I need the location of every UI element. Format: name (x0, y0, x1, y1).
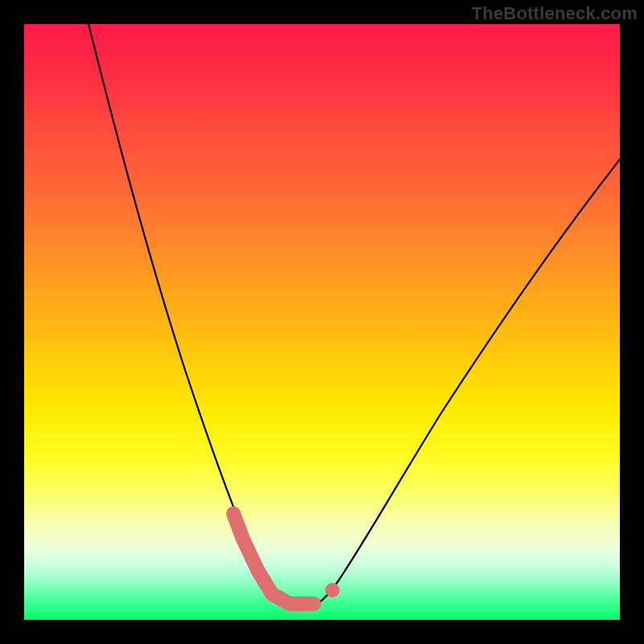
highlight-marker-segment (233, 514, 314, 604)
bottleneck-curve (85, 24, 620, 609)
curve-layer (24, 24, 620, 620)
watermark-text: TheBottleneck.com (472, 3, 638, 24)
plot-area (24, 24, 620, 620)
highlight-marker-dot (325, 583, 340, 597)
chart-frame: TheBottleneck.com (0, 0, 644, 644)
